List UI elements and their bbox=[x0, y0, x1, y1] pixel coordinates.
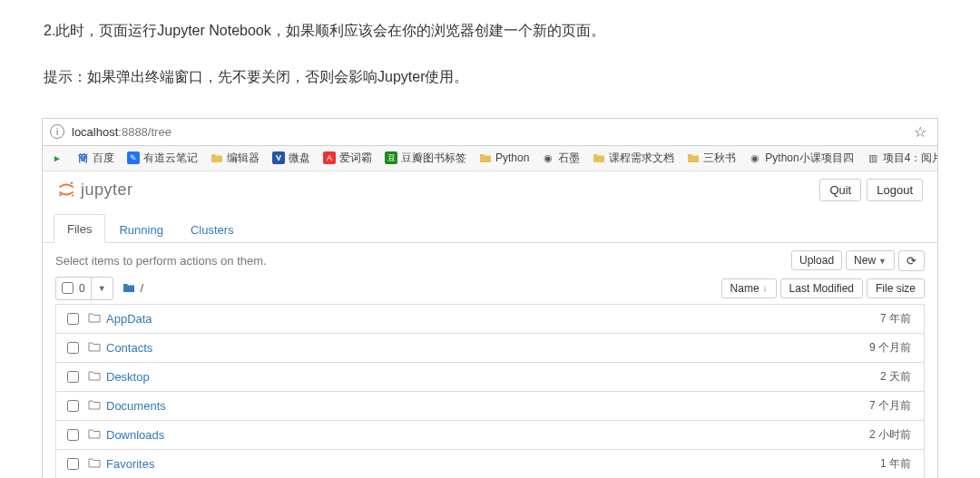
select-count: 0 bbox=[79, 282, 91, 295]
bookmark-label: 百度 bbox=[93, 151, 114, 166]
folder-icon bbox=[88, 457, 101, 471]
bookmark-item[interactable]: V微盘 bbox=[270, 149, 313, 168]
tab-files[interactable]: Files bbox=[54, 214, 105, 243]
doc-step-text: 2.此时，页面运行Jupyter Notebook，如果顺利应该会在你的浏览器创… bbox=[44, 18, 936, 44]
bookmark-item[interactable]: ▥项目4：阅片无数·智 bbox=[864, 149, 937, 168]
bookmark-item[interactable]: 簡百度 bbox=[74, 149, 117, 168]
bookmark-label: 三秋书 bbox=[703, 151, 736, 166]
file-checkbox[interactable] bbox=[67, 313, 79, 325]
bookmark-label: 课程需求文档 bbox=[609, 151, 674, 166]
jupyter-logo-icon bbox=[57, 180, 75, 199]
bookmark-item[interactable]: ◉Python小课项目四 bbox=[746, 149, 856, 168]
file-checkbox[interactable] bbox=[67, 342, 79, 354]
url-host: localhost bbox=[72, 125, 118, 139]
file-name[interactable]: Desktop bbox=[106, 370, 150, 384]
jupyter-brand-text: jupyter bbox=[81, 180, 133, 200]
site-info-icon[interactable]: i bbox=[50, 124, 64, 139]
bookmark-item[interactable]: A爱词霸 bbox=[320, 149, 375, 168]
bookmark-item[interactable]: 豆豆瓣图书标签 bbox=[382, 149, 469, 168]
tab-running[interactable]: Running bbox=[105, 215, 176, 243]
svg-point-0 bbox=[71, 182, 74, 185]
jupyter-header: jupyter Quit Logout bbox=[43, 171, 937, 205]
folder-icon bbox=[88, 428, 101, 442]
file-row[interactable]: AppData7 年前 bbox=[55, 305, 925, 334]
folder-icon bbox=[88, 399, 101, 413]
file-modified: 1 年前 bbox=[844, 456, 916, 472]
sort-size-button[interactable]: File size bbox=[867, 278, 925, 298]
bookmark-item[interactable]: Python bbox=[476, 150, 532, 166]
file-checkbox[interactable] bbox=[67, 429, 79, 441]
url-rest: :8888/tree bbox=[118, 125, 172, 139]
bookmark-label: 豆瓣图书标签 bbox=[401, 151, 466, 166]
bookmark-label: Python bbox=[495, 151, 529, 164]
file-name[interactable]: Favorites bbox=[106, 457, 154, 471]
sort-modified-button[interactable]: Last Modified bbox=[780, 278, 863, 298]
bookmark-label: 项目4：阅片无数·智 bbox=[883, 151, 937, 166]
address-bar: i localhost:8888/tree ☆ bbox=[43, 119, 937, 146]
svg-point-2 bbox=[72, 194, 74, 196]
bookmark-label: 微盘 bbox=[289, 151, 310, 166]
folder-icon bbox=[88, 341, 101, 355]
tab-clusters[interactable]: Clusters bbox=[177, 215, 248, 243]
caret-down-icon: ▼ bbox=[878, 257, 887, 266]
bookmark-label: Python小课项目四 bbox=[765, 151, 853, 166]
jupyter-logo[interactable]: jupyter bbox=[57, 180, 133, 200]
select-dropdown-icon[interactable]: ▼ bbox=[91, 278, 113, 299]
bookmark-label: 石墨 bbox=[558, 151, 580, 166]
file-checkbox[interactable] bbox=[67, 371, 79, 383]
browser-frame: i localhost:8888/tree ☆ ▸簡百度✎有道云笔记编辑器V微盘… bbox=[42, 118, 938, 478]
bookmark-item[interactable]: 三秋书 bbox=[684, 149, 739, 168]
file-row[interactable]: Downloads2 小时前 bbox=[55, 421, 925, 450]
file-checkbox[interactable] bbox=[67, 458, 79, 470]
new-button[interactable]: New▼ bbox=[846, 250, 895, 270]
url-text[interactable]: localhost:8888/tree bbox=[72, 125, 910, 139]
breadcrumb-root[interactable]: / bbox=[141, 281, 144, 295]
file-name[interactable]: Contacts bbox=[106, 341, 152, 355]
bookmark-item[interactable]: ◉石墨 bbox=[539, 149, 583, 168]
bookmark-star-icon[interactable]: ☆ bbox=[910, 123, 930, 141]
file-row[interactable]: Documents7 个月前 bbox=[55, 392, 925, 421]
file-modified: 2 天前 bbox=[844, 369, 916, 385]
folder-icon bbox=[88, 370, 101, 384]
breadcrumb-row: 0 ▼ / Name ↓ Last Modified File size bbox=[43, 277, 937, 300]
bookmarks-bar: ▸簡百度✎有道云笔记编辑器V微盘A爱词霸豆豆瓣图书标签Python◉石墨课程需求… bbox=[43, 146, 937, 171]
bookmark-label: 编辑器 bbox=[227, 151, 260, 166]
toolbar-row: Select items to perform actions on them.… bbox=[43, 243, 937, 277]
doc-tip-text: 提示：如果弹出终端窗口，先不要关闭，否则会影响Jupyter使用。 bbox=[44, 64, 936, 91]
bookmark-label: 有道云笔记 bbox=[143, 151, 198, 166]
refresh-button[interactable]: ⟳ bbox=[898, 250, 925, 271]
bookmark-item[interactable]: 课程需求文档 bbox=[590, 149, 677, 168]
file-name[interactable]: AppData bbox=[106, 312, 152, 326]
file-name[interactable]: Downloads bbox=[106, 428, 164, 442]
bookmark-label: 爱词霸 bbox=[339, 151, 372, 166]
file-modified: 7 个月前 bbox=[844, 398, 916, 414]
tabs: Files Running Clusters bbox=[43, 214, 937, 243]
refresh-icon: ⟳ bbox=[906, 254, 916, 268]
quit-button[interactable]: Quit bbox=[819, 179, 861, 201]
file-checkbox[interactable] bbox=[67, 400, 79, 412]
upload-button[interactable]: Upload bbox=[791, 250, 842, 270]
folder-icon bbox=[88, 312, 101, 326]
file-row[interactable]: Favorites1 年前 bbox=[55, 450, 925, 478]
bookmark-item[interactable]: 编辑器 bbox=[208, 149, 262, 168]
select-all-box[interactable]: 0 ▼ bbox=[55, 277, 113, 300]
file-name[interactable]: Documents bbox=[106, 399, 166, 413]
folder-icon[interactable] bbox=[122, 281, 135, 296]
file-row[interactable]: Contacts9 个月前 bbox=[55, 334, 925, 363]
bookmark-item[interactable]: ▸ bbox=[48, 150, 66, 166]
arrow-down-icon: ↓ bbox=[763, 283, 768, 293]
sort-name-label: Name bbox=[730, 282, 760, 295]
file-row[interactable]: Desktop2 天前 bbox=[55, 363, 925, 392]
logout-button[interactable]: Logout bbox=[867, 179, 923, 201]
select-all-checkbox[interactable] bbox=[62, 282, 74, 294]
file-modified: 2 小时前 bbox=[844, 427, 916, 443]
file-modified: 9 个月前 bbox=[844, 340, 916, 356]
new-button-label: New bbox=[854, 254, 876, 267]
sort-name-button[interactable]: Name ↓ bbox=[721, 278, 777, 298]
bookmark-item[interactable]: ✎有道云笔记 bbox=[124, 149, 201, 168]
file-modified: 7 年前 bbox=[844, 311, 916, 327]
select-hint: Select items to perform actions on them. bbox=[55, 254, 267, 268]
svg-point-1 bbox=[59, 194, 62, 197]
file-list: AppData7 年前Contacts9 个月前Desktop2 天前Docum… bbox=[55, 304, 925, 478]
